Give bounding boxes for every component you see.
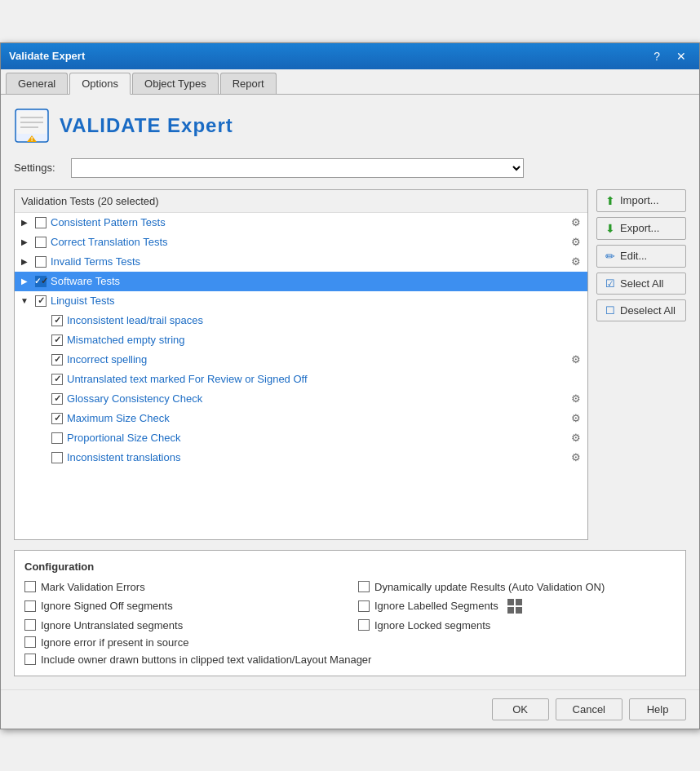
expand-icon[interactable]: ▶ (18, 216, 31, 229)
list-item[interactable]: Untranslated text marked For Review or S… (15, 370, 587, 389)
config-checkbox[interactable] (358, 619, 370, 631)
export-button[interactable]: ⬇ Export... (596, 217, 686, 240)
item-checkbox[interactable] (51, 432, 63, 444)
gear-icon[interactable]: ⚙ (571, 451, 581, 463)
export-icon: ⬇ (605, 222, 615, 235)
gear-icon[interactable]: ⚙ (571, 255, 581, 268)
list-item-glossary[interactable]: Glossary Consistency Check ⚙ (15, 389, 587, 409)
list-item[interactable]: ▶ Correct Translation Tests ⚙ (15, 233, 587, 252)
config-label: Ignore error if present in source (41, 636, 188, 649)
item-label: Consistent Pattern Tests (51, 216, 571, 228)
help-button[interactable]: ? (649, 49, 665, 64)
help-dialog-button[interactable]: Help (629, 698, 686, 720)
expand-icon[interactable]: ▼ (18, 295, 31, 308)
list-item[interactable]: Mismatched empty string (15, 330, 587, 350)
header-section: ! VALIDATE Expert (14, 108, 686, 144)
config-item-ignore-locked: Ignore Locked segments (358, 619, 676, 631)
config-checkbox[interactable] (358, 581, 370, 592)
config-item-ignore-signed-off: Ignore Signed Off segments (24, 598, 342, 614)
grid-icon (507, 598, 523, 614)
edit-icon: ✏ (605, 250, 615, 263)
expand-icon[interactable]: ▶ (18, 236, 31, 249)
list-item[interactable]: Inconsistent lead/trail spaces (15, 311, 587, 330)
select-all-button[interactable]: ☑ Select All (596, 273, 686, 295)
deselect-all-button[interactable]: ☐ Deselect All (596, 299, 686, 321)
import-icon: ⬆ (605, 194, 615, 207)
item-checkbox[interactable] (51, 374, 63, 385)
svg-rect-9 (507, 607, 514, 614)
config-item-ignore-labelled: Ignore Labelled Segments (358, 598, 676, 614)
list-item[interactable]: Inconsistent translations ⚙ (15, 448, 587, 467)
tab-object-types[interactable]: Object Types (132, 73, 219, 94)
item-checkbox[interactable] (51, 335, 63, 346)
config-item-ignore-error-source: Ignore error if present in source (24, 636, 342, 649)
list-item[interactable]: Proportional Size Check ⚙ (15, 428, 587, 448)
item-checkbox[interactable]: ✓ (35, 276, 47, 287)
gear-icon[interactable]: ⚙ (571, 392, 581, 405)
list-item[interactable]: Maximum Size Check ⚙ (15, 409, 587, 428)
item-label: Correct Translation Tests (51, 236, 571, 248)
ok-button[interactable]: OK (492, 698, 549, 720)
item-checkbox[interactable] (51, 413, 63, 424)
item-label: Mismatched empty string (67, 334, 584, 346)
item-label: Maximum Size Check (67, 412, 571, 424)
config-label: Ignore Signed Off segments (41, 600, 173, 612)
config-checkbox[interactable] (24, 654, 36, 665)
title-bar-left: Validate Expert (9, 50, 85, 62)
list-item-software-tests[interactable]: ▶ ✓ Software Tests (15, 272, 587, 291)
cancel-button[interactable]: Cancel (556, 698, 622, 720)
import-button[interactable]: ⬆ Import... (596, 189, 686, 212)
config-section: Configuration Mark Validation Errors Dyn… (14, 550, 686, 676)
settings-label: Settings: (14, 162, 63, 174)
item-checkbox[interactable] (35, 295, 47, 307)
gear-icon[interactable]: ⚙ (571, 432, 581, 444)
item-checkbox[interactable] (35, 237, 47, 248)
config-item-dynamically-update: Dynamically update Results (Auto Validat… (358, 581, 676, 593)
gear-icon[interactable]: ⚙ (571, 412, 581, 424)
tab-options[interactable]: Options (69, 73, 131, 95)
item-checkbox[interactable] (35, 256, 47, 268)
item-label: Proportional Size Check (67, 432, 571, 444)
list-item[interactable]: ▶ Consistent Pattern Tests ⚙ (15, 213, 587, 233)
tab-report[interactable]: Report (220, 73, 277, 94)
settings-dropdown[interactable] (71, 158, 524, 178)
config-checkbox[interactable] (358, 600, 370, 612)
gear-icon[interactable]: ⚙ (571, 216, 581, 228)
config-label: Dynamically update Results (Auto Validat… (374, 581, 605, 593)
item-label: Incorrect spelling (67, 353, 571, 366)
svg-rect-7 (507, 599, 514, 605)
right-buttons: ⬆ Import... ⬇ Export... ✏ Edit... ☑ Sele… (596, 189, 686, 540)
tab-general[interactable]: General (6, 73, 68, 94)
validation-list[interactable]: ▶ Consistent Pattern Tests ⚙ ▶ Correct T… (15, 213, 587, 539)
item-checkbox[interactable] (51, 393, 63, 405)
header-title: VALIDATE Expert (60, 114, 233, 137)
settings-row: Settings: (14, 158, 686, 178)
item-label: Untranslated text marked For Review or S… (67, 373, 584, 385)
list-item[interactable]: Incorrect spelling ⚙ (15, 350, 587, 370)
config-checkbox[interactable] (24, 581, 36, 592)
gear-icon[interactable]: ⚙ (571, 236, 581, 248)
item-label: Software Tests (51, 275, 584, 287)
config-checkbox[interactable] (24, 600, 36, 612)
config-grid: Mark Validation Errors Dynamically updat… (24, 581, 676, 666)
expand-icon[interactable]: ▶ (18, 255, 31, 268)
title-bar: Validate Expert ? ✕ (1, 43, 699, 69)
close-button[interactable]: ✕ (671, 49, 691, 64)
title-bar-controls: ? ✕ (649, 49, 691, 64)
config-label: Mark Validation Errors (41, 581, 145, 593)
config-item-include-owner: Include owner drawn buttons in clipped t… (24, 654, 676, 666)
gear-icon[interactable]: ⚙ (571, 353, 581, 366)
expand-icon[interactable]: ▶ (18, 275, 31, 288)
item-label: Inconsistent translations (67, 451, 571, 463)
list-item[interactable]: ▶ Invalid Terms Tests ⚙ (15, 252, 587, 272)
config-checkbox[interactable] (24, 619, 36, 631)
main-content: ! VALIDATE Expert Settings: Validation T… (1, 95, 699, 689)
item-checkbox[interactable] (51, 315, 63, 326)
item-checkbox[interactable] (51, 354, 63, 366)
config-checkbox[interactable] (24, 636, 36, 648)
edit-button[interactable]: ✏ Edit... (596, 245, 686, 268)
item-checkbox[interactable] (35, 217, 47, 228)
item-checkbox[interactable] (51, 452, 63, 463)
item-label: Invalid Terms Tests (51, 255, 571, 268)
list-item[interactable]: ▼ Linguist Tests (15, 291, 587, 311)
